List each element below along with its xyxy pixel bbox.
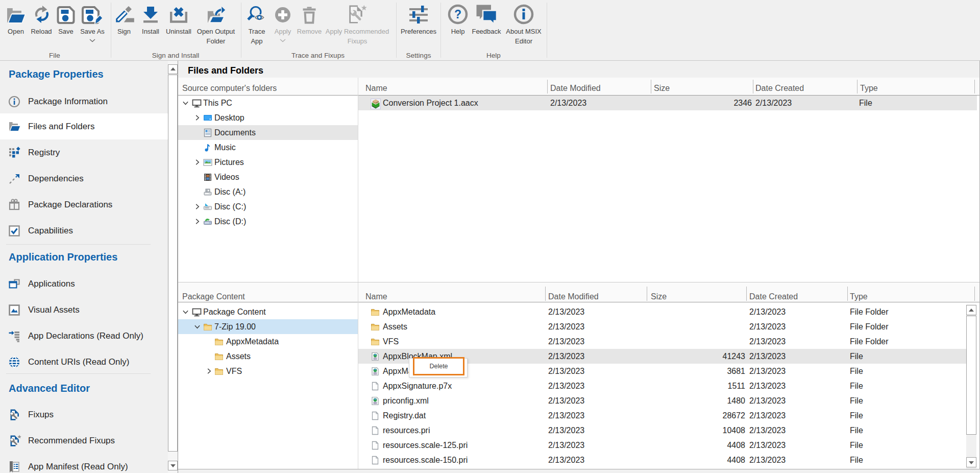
svg-text:?: ? [454,8,461,21]
